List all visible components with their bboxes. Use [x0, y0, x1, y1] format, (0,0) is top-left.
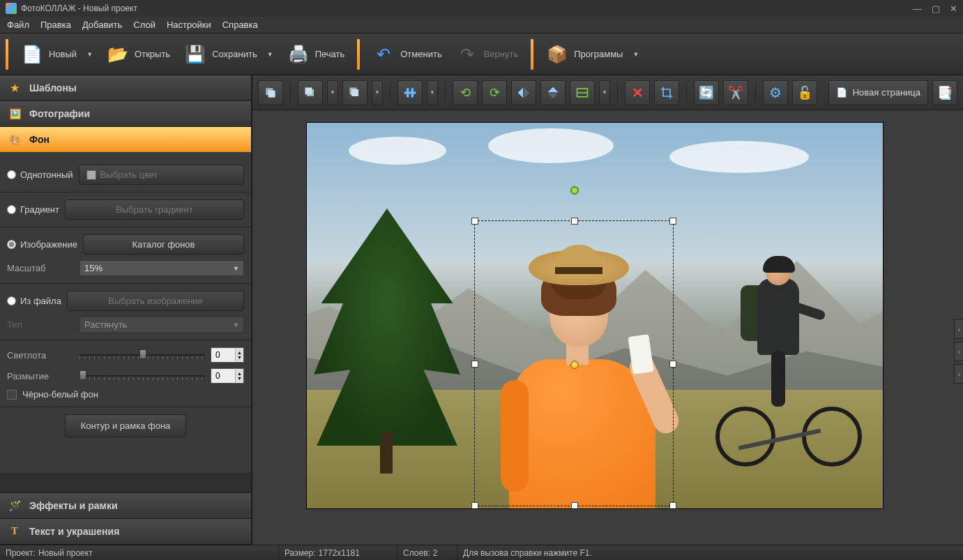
- catalog-button[interactable]: Каталог фонов: [83, 234, 244, 255]
- close-button[interactable]: ✕: [950, 3, 957, 14]
- canvas-viewport[interactable]: [252, 110, 963, 545]
- new-page-button[interactable]: 📄 Новая страница: [828, 80, 928, 105]
- undo-label: Отменить: [400, 49, 441, 59]
- resize-handle-e[interactable]: [669, 361, 676, 368]
- sidebar-tab-templates[interactable]: ★ Шаблоны: [0, 75, 251, 100]
- sidebar-tab-effects[interactable]: 🪄 Эффекты и рамки: [0, 493, 251, 518]
- menu-edit[interactable]: Правка: [40, 20, 71, 30]
- minimize-button[interactable]: —: [913, 3, 922, 14]
- dropdown-arrow-icon[interactable]: ▼: [628, 51, 639, 58]
- choose-color-button[interactable]: Выбрать цвет: [79, 165, 244, 185]
- bring-forward-menu[interactable]: ▼: [327, 80, 338, 105]
- center-handle[interactable]: [570, 361, 579, 369]
- radio-from-file[interactable]: Из файла: [7, 296, 61, 306]
- resize-handle-sw[interactable]: [471, 502, 478, 508]
- flyout-tab[interactable]: ‹: [954, 319, 963, 339]
- resize-handle-s[interactable]: [571, 502, 578, 508]
- bring-forward-button[interactable]: [298, 80, 323, 105]
- sidebar-tab-text[interactable]: T Текст и украшения: [0, 519, 251, 544]
- blur-spinner[interactable]: 0▲▼: [211, 368, 244, 384]
- save-button[interactable]: 💾 Сохранить ▼: [177, 38, 280, 71]
- flyout-tab[interactable]: ‹: [954, 342, 963, 361]
- page-settings-button[interactable]: 📑: [932, 80, 957, 105]
- redo-button[interactable]: ↷ Вернуть: [449, 38, 526, 71]
- undo-icon: ↶: [372, 43, 395, 66]
- delete-button[interactable]: ✕: [625, 80, 650, 105]
- canvas-page[interactable]: [307, 123, 883, 508]
- selection-box[interactable]: [474, 220, 674, 506]
- align-menu[interactable]: ▼: [427, 80, 438, 105]
- dropdown-arrow-icon[interactable]: ▼: [263, 51, 273, 58]
- titlebar: ФотоКОЛЛАЖ - Новый проект — ▢ ✕: [0, 0, 963, 17]
- rotate-left-button[interactable]: ⟲: [453, 80, 478, 105]
- open-icon: 📂: [107, 43, 129, 66]
- rotate-handle[interactable]: [570, 186, 579, 195]
- blur-slider[interactable]: [79, 371, 205, 381]
- sidebar-tab-photos[interactable]: 🖼️ Фотографии: [0, 101, 251, 126]
- resize-handle-se[interactable]: [669, 502, 676, 508]
- bw-checkbox[interactable]: [7, 390, 17, 400]
- new-button[interactable]: 📄 Новый ▼: [14, 38, 100, 71]
- send-backward-menu[interactable]: ▼: [372, 80, 383, 105]
- brightness-slider[interactable]: [79, 350, 205, 360]
- print-button[interactable]: 🖨️ Печать: [280, 38, 352, 71]
- choose-image-button[interactable]: Выбрать изображение: [67, 291, 244, 311]
- open-label: Открыть: [135, 49, 170, 59]
- cut-button[interactable]: ✂️: [723, 80, 748, 105]
- dropdown-arrow-icon[interactable]: ▼: [82, 51, 93, 58]
- send-backward-button[interactable]: [342, 80, 367, 105]
- fit-button[interactable]: [570, 80, 595, 105]
- status-project-name: Новый проект: [38, 548, 93, 558]
- radio-solid[interactable]: Однотонный: [7, 169, 73, 180]
- divider: [0, 192, 251, 192]
- print-label: Печать: [315, 49, 345, 59]
- crop-button[interactable]: [654, 80, 679, 105]
- svg-rect-7: [407, 88, 409, 97]
- resize-handle-nw[interactable]: [471, 218, 478, 225]
- replace-button[interactable]: 🔄: [694, 80, 719, 105]
- undo-button[interactable]: ↶ Отменить: [365, 38, 448, 71]
- background-panel: Однотонный Выбрать цвет Градиент Выбрать…: [0, 152, 251, 473]
- frame-button[interactable]: Контур и рамка фона: [65, 414, 187, 437]
- menu-layer[interactable]: Слой: [133, 20, 156, 30]
- menubar: Файл Правка Добавить Слой Настройки Спра…: [0, 17, 963, 33]
- programs-button[interactable]: 📦 Программы ▼: [539, 38, 646, 71]
- resize-handle-ne[interactable]: [669, 218, 676, 225]
- resize-handle-n[interactable]: [571, 218, 578, 225]
- lock-button[interactable]: 🔓: [792, 80, 817, 105]
- choose-gradient-button[interactable]: Выбрать градиент: [65, 199, 244, 220]
- layer-back-button[interactable]: [258, 80, 283, 105]
- scale-select[interactable]: 15%▼: [79, 260, 244, 276]
- menu-file[interactable]: Файл: [7, 20, 29, 30]
- settings-button[interactable]: ⚙: [763, 80, 788, 105]
- svg-rect-1: [268, 90, 275, 97]
- menu-help[interactable]: Справка: [222, 20, 258, 30]
- menu-settings[interactable]: Настройки: [167, 20, 211, 30]
- menu-add[interactable]: Добавить: [82, 20, 122, 30]
- rotate-right-button[interactable]: ⟳: [482, 80, 507, 105]
- star-icon: ★: [7, 80, 22, 96]
- type-label: Тип: [7, 319, 74, 330]
- flip-v-button[interactable]: [540, 80, 566, 105]
- svg-marker-12: [548, 93, 559, 98]
- svg-rect-8: [411, 88, 414, 97]
- flip-h-button[interactable]: [511, 80, 536, 105]
- resize-handle-w[interactable]: [471, 361, 478, 368]
- layer-cyclist[interactable]: [702, 257, 862, 467]
- align-button[interactable]: [397, 80, 423, 105]
- background-icon: 🎨: [7, 132, 22, 147]
- save-label: Сохранить: [212, 49, 257, 59]
- type-select[interactable]: Растянуть▼: [79, 317, 244, 333]
- fit-menu[interactable]: ▼: [599, 80, 610, 105]
- photos-icon: 🖼️: [7, 106, 22, 121]
- dropdown-arrow-icon: ▼: [233, 321, 239, 328]
- radio-image[interactable]: Изображение: [7, 239, 77, 250]
- print-icon: 🖨️: [287, 43, 310, 66]
- radio-gradient[interactable]: Градиент: [7, 204, 59, 215]
- maximize-button[interactable]: ▢: [932, 3, 940, 14]
- brightness-spinner[interactable]: 0▲▼: [211, 347, 244, 363]
- flyout-tab[interactable]: ‹: [954, 364, 963, 384]
- status-layers-value: 2: [433, 548, 438, 558]
- open-button[interactable]: 📂 Открыть: [100, 38, 177, 71]
- sidebar-tab-background[interactable]: 🎨 Фон: [0, 127, 251, 152]
